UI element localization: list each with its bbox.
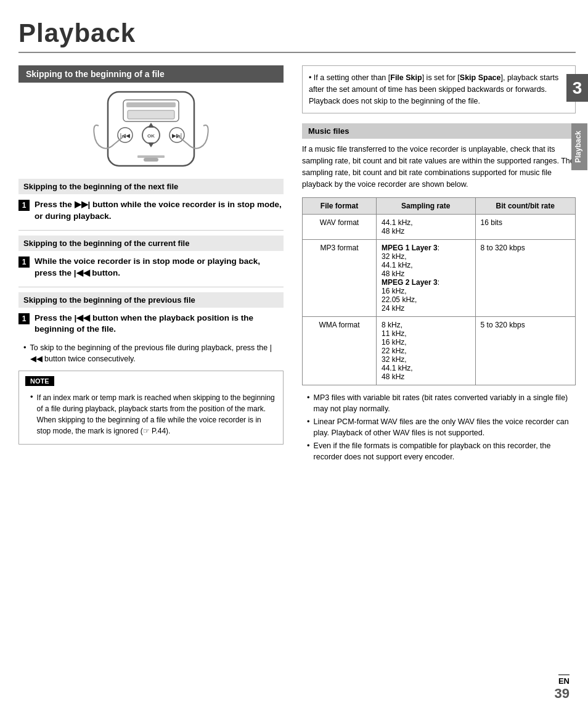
step-num-1: 1: [18, 200, 30, 211]
music-bullet-text-1: MP3 files with variable bit rates (bit r…: [314, 393, 576, 414]
svg-rect-12: [144, 158, 158, 162]
device-diagram: OK |◀◀ ▶▶|: [89, 89, 213, 169]
format-wav: WAV format: [303, 215, 377, 240]
note-text: If an index mark or temp mark is reached…: [37, 392, 277, 437]
music-bullet-text-3: Even if the file formats is compatible f…: [314, 441, 576, 462]
svg-text:OK: OK: [147, 133, 155, 139]
svg-marker-6: [148, 123, 154, 128]
sampling-mp3: MPEG 1 Layer 3:32 kHz,44.1 kHz,48 kHz MP…: [377, 240, 476, 317]
music-formats-table: File format Sampling rate Bit count/bit …: [302, 197, 576, 385]
step-1-current-file: 1 While the voice recorder is in stop mo…: [18, 256, 284, 279]
previous-file-heading: Skipping to the beginning of the previou…: [18, 292, 284, 308]
en-label: EN: [558, 675, 570, 686]
section-header: Skipping to the beginning of a file: [18, 65, 284, 83]
sidebar-tab-area: Playback: [571, 123, 588, 321]
table-header-bitrate: Bit count/bit rate: [475, 198, 575, 215]
info-box: • If a setting other than [File Skip] is…: [302, 65, 576, 113]
step-num-3: 1: [18, 313, 30, 324]
main-content: Skipping to the beginning of a file OK: [18, 65, 576, 702]
svg-marker-7: [148, 142, 154, 147]
chapter-number: 3: [566, 74, 588, 102]
step-1-next-file: 1 Press the ▶▶| button while the voice r…: [18, 199, 284, 223]
step-text-current-file: While the voice recorder is in stop mode…: [35, 256, 284, 279]
previous-file-bullet-text: To skip to the beginning of the previous…: [30, 343, 284, 364]
table-header-format: File format: [303, 198, 377, 215]
note-bullet: If an index mark or temp mark is reached…: [30, 392, 277, 437]
format-mp3: MP3 format: [303, 240, 377, 317]
music-bullet-text-2: Linear PCM-format WAV files are the only…: [314, 417, 576, 438]
next-file-heading: Skipping to the beginning of the next fi…: [18, 179, 284, 194]
sidebar-tab-label: Playback: [571, 123, 587, 170]
svg-rect-13: [137, 155, 165, 158]
music-description: If a music file transferred to the voice…: [302, 144, 576, 190]
note-label: NOTE: [25, 376, 54, 386]
music-bullet-3: Even if the file formats is compatible f…: [307, 441, 576, 462]
current-file-heading: Skipping to the beginning of the current…: [18, 236, 284, 251]
page-number: 39: [555, 686, 570, 702]
bitrate-wma: 5 to 320 kbps: [475, 317, 575, 385]
right-column: • If a setting other than [File Skip] is…: [296, 65, 576, 702]
step-text-next-file: Press the ▶▶| button while the voice rec…: [35, 199, 284, 223]
divider-1: [18, 230, 284, 231]
music-section: Music files If a music file transferred …: [302, 123, 576, 462]
note-box: NOTE If an index mark or temp mark is re…: [18, 371, 284, 445]
page-number-area: EN 39: [555, 675, 570, 702]
table-row: MP3 format MPEG 1 Layer 3:32 kHz,44.1 kH…: [303, 240, 576, 317]
svg-rect-2: [126, 102, 176, 107]
previous-file-bullet: To skip to the beginning of the previous…: [23, 343, 284, 364]
page-title: Playback: [18, 18, 576, 53]
step-text-previous-file: Press the |◀◀ button when the playback p…: [35, 313, 284, 336]
bitrate-wav: 16 bits: [475, 215, 575, 240]
table-row: WAV format 44.1 kHz,48 kHz 16 bits: [303, 215, 576, 240]
table-header-sampling: Sampling rate: [377, 198, 476, 215]
left-column: Skipping to the beginning of a file OK: [18, 65, 296, 702]
music-bullet-2: Linear PCM-format WAV files are the only…: [307, 417, 576, 438]
page-container: 3 Playback Skipping to the beginning of …: [0, 0, 588, 714]
device-image: OK |◀◀ ▶▶|: [18, 89, 284, 169]
music-files-header: Music files: [302, 123, 576, 139]
sampling-wma: 8 kHz,11 kHz,16 kHz,22 kHz,32 kHz,44.1 k…: [377, 317, 476, 385]
step-1-previous-file: 1 Press the |◀◀ button when the playback…: [18, 313, 284, 336]
format-wma: WMA format: [303, 317, 377, 385]
table-row: WMA format 8 kHz,11 kHz,16 kHz,22 kHz,32…: [303, 317, 576, 385]
svg-rect-3: [128, 110, 174, 119]
music-bullet-1: MP3 files with variable bit rates (bit r…: [307, 393, 576, 414]
step-num-2: 1: [18, 256, 30, 268]
bitrate-mp3: 8 to 320 kbps: [475, 240, 575, 317]
info-text-1: If a setting other than [File Skip] is s…: [309, 73, 558, 105]
info-bullet: •: [309, 73, 314, 82]
sampling-wav: 44.1 kHz,48 kHz: [377, 215, 476, 240]
divider-2: [18, 287, 284, 287]
